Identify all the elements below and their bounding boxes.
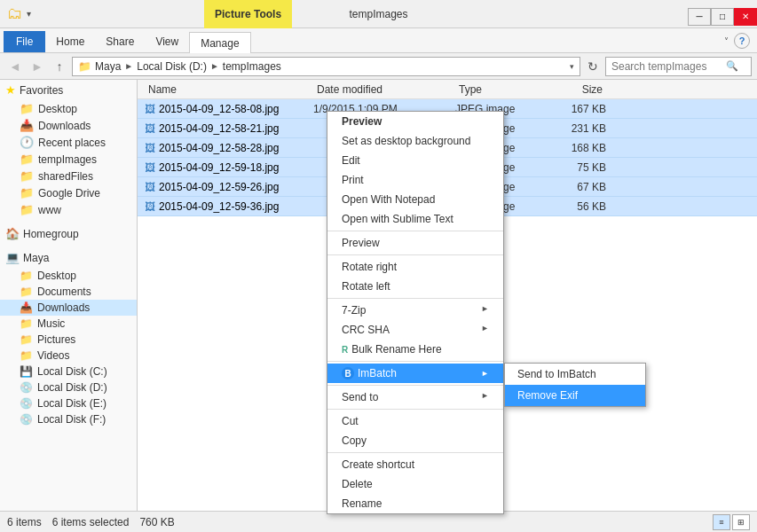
sidebar-section-homegroup[interactable]: 🏠 Homegroup: [0, 223, 137, 244]
file-icon: 🖼: [145, 200, 155, 213]
ctx-item-create-shortcut[interactable]: Create shortcut: [327, 455, 503, 474]
address-bar: ◄ ► ↑ 📁 Maya ► Local Disk (D:) ► tempIma…: [0, 53, 757, 80]
ctx-item-imbatch[interactable]: B ImBatch ► Send to ImBatch Remove Exif: [327, 364, 503, 383]
maya-videos-icon: 📁: [20, 349, 33, 362]
tab-share[interactable]: Share: [95, 31, 145, 52]
maya-pictures-icon: 📁: [20, 333, 33, 346]
ctx-submenu-imbatch: Send to ImBatch Remove Exif: [504, 363, 646, 407]
sidebar-item-desktop-fav[interactable]: 📁 Desktop: [0, 100, 137, 117]
sidebar: ★ Favorites 📁 Desktop 📥 Downloads 🕐 Rece…: [0, 80, 138, 511]
sharedfiles-folder-icon: 📁: [20, 169, 34, 183]
sidebar-item-videos-maya[interactable]: 📁 Videos: [0, 348, 137, 364]
tab-file[interactable]: File: [4, 31, 45, 52]
ribbon-tabs: File Home Share View Manage ˅ ?: [0, 28, 757, 53]
ctx-item-delete[interactable]: Delete: [327, 474, 503, 494]
ctx-item-send-to[interactable]: Send to►: [327, 387, 503, 407]
maya-computer-icon: 💻: [5, 251, 20, 264]
help-button[interactable]: ?: [734, 33, 750, 49]
homegroup-icon: 🏠: [5, 227, 20, 240]
ctx-item-print[interactable]: Print: [327, 170, 503, 190]
ctx-item-7zip[interactable]: 7-Zip►: [327, 301, 503, 320]
ctx-item-cut[interactable]: Cut: [327, 411, 503, 431]
sidebar-item-localf[interactable]: 💿 Local Disk (F:): [0, 411, 137, 427]
refresh-button[interactable]: ↻: [583, 57, 603, 76]
sidebar-item-music-maya[interactable]: 📁 Music: [0, 316, 137, 332]
maya-music-icon: 📁: [20, 317, 33, 330]
ctx-item-crc-sha[interactable]: CRC SHA►: [327, 320, 503, 340]
sidebar-item-locald[interactable]: 💿 Local Disk (D:): [0, 379, 137, 395]
disk-c-icon: 💾: [20, 365, 33, 378]
ctx-separator-6: [327, 409, 503, 410]
submenu-item-send-to-imbatch[interactable]: Send to ImBatch: [505, 364, 645, 385]
ctx-item-rename[interactable]: Rename: [327, 494, 503, 513]
tab-view[interactable]: View: [145, 31, 189, 52]
sidebar-item-desktop-maya[interactable]: 📁 Desktop: [0, 268, 137, 284]
sidebar-item-sharedfiles[interactable]: 📁 sharedFiles: [0, 168, 137, 184]
selected-size: 760 KB: [139, 516, 174, 528]
sidebar-item-downloads-maya[interactable]: 📥 Downloads: [0, 300, 137, 316]
up-button[interactable]: ↑: [50, 57, 69, 76]
file-icon: 🖼: [145, 181, 155, 193]
large-icon-view-button[interactable]: ⊞: [732, 514, 750, 530]
close-button[interactable]: ✕: [734, 8, 757, 26]
forward-button[interactable]: ►: [28, 57, 47, 76]
ctx-separator-5: [327, 385, 503, 386]
maya-desktop-icon: 📁: [20, 270, 33, 282]
sidebar-item-tempimages[interactable]: 📁 tempImages: [0, 151, 137, 168]
sidebar-item-googledrive[interactable]: 📁 Google Drive: [0, 184, 137, 201]
sidebar-item-localc[interactable]: 💾 Local Disk (C:): [0, 364, 137, 379]
back-button[interactable]: ◄: [5, 57, 25, 76]
search-input[interactable]: [611, 60, 722, 73]
ctx-item-open-sublime[interactable]: Open with Sublime Text: [327, 209, 503, 229]
ctx-item-set-desktop[interactable]: Set as desktop background: [327, 131, 503, 151]
ctx-item-preview-2[interactable]: Preview: [327, 233, 503, 253]
ctx-separator-3: [327, 298, 503, 299]
www-folder-icon: 📁: [20, 203, 34, 216]
sidebar-item-pictures-maya[interactable]: 📁 Pictures: [0, 332, 137, 348]
view-controls: ≡ ⊞: [713, 514, 750, 530]
col-header-size[interactable]: Size: [535, 83, 606, 96]
tab-manage[interactable]: Manage: [189, 32, 250, 53]
maya-docs-icon: 📁: [20, 286, 33, 298]
maximize-button[interactable]: □: [711, 8, 734, 26]
search-box[interactable]: 🔍: [605, 57, 752, 76]
ctx-separator-2: [327, 254, 503, 255]
submenu-item-remove-exif[interactable]: Remove Exif: [505, 385, 645, 406]
favorites-label: Favorites: [20, 84, 63, 97]
ribbon-collapse-icon[interactable]: ˅: [724, 36, 729, 46]
ctx-item-copy[interactable]: Copy: [327, 431, 503, 450]
breadcrumb[interactable]: 📁 Maya ► Local Disk (D:) ► tempImages ▾: [72, 57, 580, 76]
sidebar-section-maya[interactable]: 💻 Maya: [0, 247, 137, 268]
sidebar-item-documents-maya[interactable]: 📁 Documents: [0, 284, 137, 300]
tab-home[interactable]: Home: [45, 31, 95, 52]
breadcrumb-arrow-1: ►: [124, 61, 133, 71]
ctx-separator-7: [327, 452, 503, 453]
ctx-separator-1: [327, 231, 503, 231]
file-icon: 🖼: [145, 103, 155, 115]
breadcrumb-dropdown-icon[interactable]: ▾: [570, 62, 574, 71]
selected-count: 6 items selected: [52, 516, 130, 528]
ctx-item-preview-top[interactable]: Preview: [327, 112, 503, 131]
ctx-item-bulk-rename[interactable]: R Bulk Rename Here: [327, 340, 503, 359]
details-view-button[interactable]: ≡: [713, 514, 730, 530]
search-icon[interactable]: 🔍: [726, 60, 738, 72]
sidebar-section-favorites[interactable]: ★ Favorites: [0, 80, 137, 100]
window-title: tempImages: [349, 8, 407, 20]
sidebar-item-locale[interactable]: 💿 Local Disk (E:): [0, 395, 137, 411]
col-header-type[interactable]: Type: [455, 83, 535, 96]
ctx-item-rotate-left[interactable]: Rotate left: [327, 277, 503, 296]
col-header-date[interactable]: Date modified: [313, 83, 455, 96]
sidebar-item-downloads-fav[interactable]: 📥 Downloads: [0, 117, 137, 134]
ctx-item-open-notepad[interactable]: Open With Notepad: [327, 190, 503, 209]
sidebar-item-recent-places[interactable]: 🕐 Recent places: [0, 134, 137, 151]
breadcrumb-arrow-2: ►: [210, 61, 219, 71]
col-header-name[interactable]: Name: [145, 83, 313, 96]
ctx-item-rotate-right[interactable]: Rotate right: [327, 257, 503, 277]
sidebar-item-www[interactable]: 📁 www: [0, 201, 137, 218]
minimize-button[interactable]: ─: [688, 8, 711, 26]
recent-places-icon: 🕐: [20, 136, 34, 149]
breadcrumb-root-icon: 📁: [78, 60, 91, 73]
googledrive-icon: 📁: [20, 186, 34, 200]
file-icon: 🖼: [145, 161, 155, 174]
ctx-item-edit[interactable]: Edit: [327, 151, 503, 170]
